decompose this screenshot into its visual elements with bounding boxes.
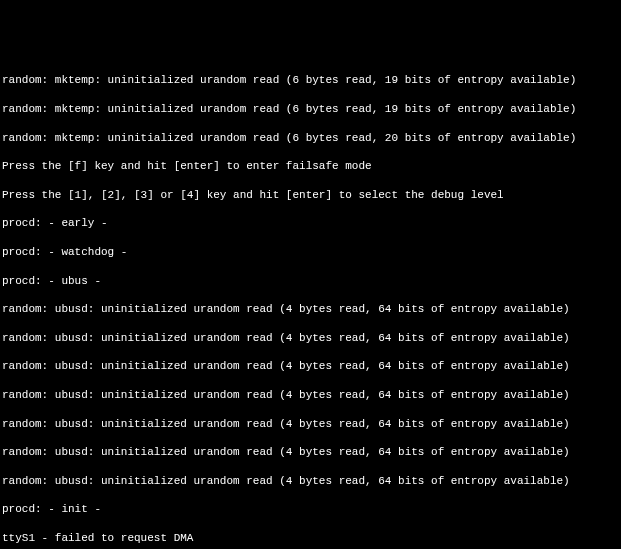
boot-line: Press the [1], [2], [3] or [4] key and h… bbox=[2, 188, 619, 202]
boot-line: procd: - watchdog - bbox=[2, 245, 619, 259]
boot-line: random: ubusd: uninitialized urandom rea… bbox=[2, 359, 619, 373]
terminal-output: random: mktemp: uninitialized urandom re… bbox=[2, 59, 619, 549]
boot-line: random: ubusd: uninitialized urandom rea… bbox=[2, 388, 619, 402]
boot-line: random: ubusd: uninitialized urandom rea… bbox=[2, 445, 619, 459]
boot-line: procd: - early - bbox=[2, 216, 619, 230]
boot-line: random: ubusd: uninitialized urandom rea… bbox=[2, 331, 619, 345]
boot-line: random: mktemp: uninitialized urandom re… bbox=[2, 131, 619, 145]
boot-line: random: ubusd: uninitialized urandom rea… bbox=[2, 302, 619, 316]
boot-line: random: mktemp: uninitialized urandom re… bbox=[2, 73, 619, 87]
boot-line: random: mktemp: uninitialized urandom re… bbox=[2, 102, 619, 116]
boot-line: random: ubusd: uninitialized urandom rea… bbox=[2, 474, 619, 488]
boot-line: Press the [f] key and hit [enter] to ent… bbox=[2, 159, 619, 173]
boot-line: procd: - ubus - bbox=[2, 274, 619, 288]
boot-line: ttyS1 - failed to request DMA bbox=[2, 531, 619, 545]
boot-line: procd: - init - bbox=[2, 502, 619, 516]
boot-line: random: ubusd: uninitialized urandom rea… bbox=[2, 417, 619, 431]
